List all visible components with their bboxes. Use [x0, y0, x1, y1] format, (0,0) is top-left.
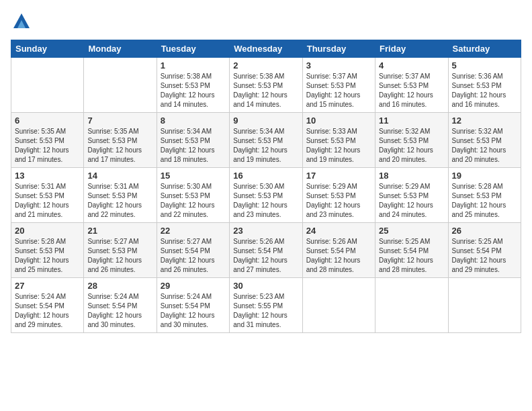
calendar-cell: 27Sunrise: 5:24 AM Sunset: 5:54 PM Dayli…: [11, 278, 84, 333]
day-info: Sunrise: 5:35 AM Sunset: 5:53 PM Dayligh…: [15, 127, 80, 165]
day-info: Sunrise: 5:29 AM Sunset: 5:53 PM Dayligh…: [306, 182, 371, 220]
day-info: Sunrise: 5:38 AM Sunset: 5:53 PM Dayligh…: [233, 72, 298, 109]
day-number: 27: [15, 281, 80, 291]
logo-text: [11, 11, 31, 33]
calendar-cell: 30Sunrise: 5:23 AM Sunset: 5:55 PM Dayli…: [230, 278, 302, 333]
calendar-cell: 11Sunrise: 5:32 AM Sunset: 5:53 PM Dayli…: [375, 113, 448, 168]
day-info: Sunrise: 5:30 AM Sunset: 5:53 PM Dayligh…: [233, 182, 298, 220]
day-info: Sunrise: 5:24 AM Sunset: 5:54 PM Dayligh…: [87, 292, 152, 330]
calendar-cell: 9Sunrise: 5:34 AM Sunset: 5:53 PM Daylig…: [230, 113, 302, 168]
weekday-header-tuesday: Tuesday: [157, 40, 229, 58]
day-number: 9: [233, 116, 298, 126]
day-number: 12: [452, 116, 517, 126]
calendar-cell: 21Sunrise: 5:27 AM Sunset: 5:53 PM Dayli…: [84, 223, 157, 278]
day-info: Sunrise: 5:23 AM Sunset: 5:55 PM Dayligh…: [233, 292, 298, 330]
day-number: 21: [87, 226, 152, 236]
weekday-header-wednesday: Wednesday: [230, 40, 302, 58]
calendar-cell: 1Sunrise: 5:38 AM Sunset: 5:53 PM Daylig…: [157, 58, 229, 113]
calendar-cell: 7Sunrise: 5:35 AM Sunset: 5:53 PM Daylig…: [84, 113, 157, 168]
day-number: 6: [15, 116, 80, 126]
calendar-cell: 5Sunrise: 5:36 AM Sunset: 5:53 PM Daylig…: [448, 58, 521, 113]
calendar-cell: 25Sunrise: 5:25 AM Sunset: 5:54 PM Dayli…: [375, 223, 448, 278]
day-number: 10: [306, 116, 371, 126]
day-number: 17: [306, 171, 371, 181]
calendar-cell: 2Sunrise: 5:38 AM Sunset: 5:53 PM Daylig…: [230, 58, 302, 113]
calendar-cell: 12Sunrise: 5:32 AM Sunset: 5:53 PM Dayli…: [448, 113, 521, 168]
day-number: 24: [306, 226, 371, 236]
day-number: 20: [15, 226, 80, 236]
weekday-header-saturday: Saturday: [448, 40, 521, 58]
day-info: Sunrise: 5:29 AM Sunset: 5:53 PM Dayligh…: [379, 182, 444, 220]
day-info: Sunrise: 5:38 AM Sunset: 5:53 PM Dayligh…: [161, 72, 226, 109]
day-number: 1: [161, 60, 226, 71]
day-info: Sunrise: 5:24 AM Sunset: 5:54 PM Dayligh…: [15, 292, 80, 330]
calendar-cell: 3Sunrise: 5:37 AM Sunset: 5:53 PM Daylig…: [302, 58, 375, 113]
calendar-cell: 19Sunrise: 5:28 AM Sunset: 5:53 PM Dayli…: [448, 168, 521, 223]
day-number: 13: [15, 171, 80, 181]
calendar-cell: 13Sunrise: 5:31 AM Sunset: 5:53 PM Dayli…: [11, 168, 84, 223]
calendar-cell: 8Sunrise: 5:34 AM Sunset: 5:53 PM Daylig…: [157, 113, 229, 168]
logo: [11, 11, 31, 33]
day-number: 18: [379, 171, 444, 181]
calendar-cell: 16Sunrise: 5:30 AM Sunset: 5:53 PM Dayli…: [230, 168, 302, 223]
day-info: Sunrise: 5:37 AM Sunset: 5:53 PM Dayligh…: [306, 72, 371, 109]
day-info: Sunrise: 5:32 AM Sunset: 5:53 PM Dayligh…: [379, 127, 444, 165]
calendar-week-row: 6Sunrise: 5:35 AM Sunset: 5:53 PM Daylig…: [11, 113, 521, 168]
day-info: Sunrise: 5:35 AM Sunset: 5:53 PM Dayligh…: [87, 127, 152, 165]
day-number: 26: [452, 226, 517, 236]
day-info: Sunrise: 5:26 AM Sunset: 5:54 PM Dayligh…: [306, 237, 371, 275]
day-number: 29: [161, 281, 226, 291]
day-info: Sunrise: 5:31 AM Sunset: 5:53 PM Dayligh…: [87, 182, 152, 220]
day-info: Sunrise: 5:27 AM Sunset: 5:53 PM Dayligh…: [87, 237, 152, 275]
calendar-cell: [84, 58, 157, 113]
day-number: 22: [161, 226, 226, 236]
day-info: Sunrise: 5:34 AM Sunset: 5:53 PM Dayligh…: [161, 127, 226, 165]
calendar-table: SundayMondayTuesdayWednesdayThursdayFrid…: [11, 40, 521, 333]
day-number: 4: [379, 60, 444, 71]
weekday-header-thursday: Thursday: [302, 40, 375, 58]
calendar-cell: 10Sunrise: 5:33 AM Sunset: 5:53 PM Dayli…: [302, 113, 375, 168]
weekday-header-sunday: Sunday: [11, 40, 84, 58]
day-number: 14: [87, 171, 152, 181]
calendar-week-row: 1Sunrise: 5:38 AM Sunset: 5:53 PM Daylig…: [11, 58, 521, 113]
calendar-cell: 20Sunrise: 5:28 AM Sunset: 5:53 PM Dayli…: [11, 223, 84, 278]
calendar-cell: 6Sunrise: 5:35 AM Sunset: 5:53 PM Daylig…: [11, 113, 84, 168]
day-number: 28: [87, 281, 152, 291]
calendar-cell: [11, 58, 84, 113]
day-number: 7: [87, 116, 152, 126]
weekday-header-monday: Monday: [84, 40, 157, 58]
calendar-cell: 24Sunrise: 5:26 AM Sunset: 5:54 PM Dayli…: [302, 223, 375, 278]
day-info: Sunrise: 5:28 AM Sunset: 5:53 PM Dayligh…: [452, 182, 517, 220]
calendar-cell: [302, 278, 375, 333]
calendar-cell: [375, 278, 448, 333]
day-number: 23: [233, 226, 298, 236]
calendar-cell: 15Sunrise: 5:30 AM Sunset: 5:53 PM Dayli…: [157, 168, 229, 223]
day-info: Sunrise: 5:31 AM Sunset: 5:53 PM Dayligh…: [15, 182, 80, 220]
day-info: Sunrise: 5:28 AM Sunset: 5:53 PM Dayligh…: [15, 237, 80, 275]
day-number: 15: [161, 171, 226, 181]
day-number: 3: [306, 60, 371, 71]
day-info: Sunrise: 5:25 AM Sunset: 5:54 PM Dayligh…: [379, 237, 444, 275]
calendar-cell: 4Sunrise: 5:37 AM Sunset: 5:53 PM Daylig…: [375, 58, 448, 113]
day-info: Sunrise: 5:24 AM Sunset: 5:54 PM Dayligh…: [161, 292, 226, 330]
day-number: 8: [161, 116, 226, 126]
calendar-cell: 26Sunrise: 5:25 AM Sunset: 5:54 PM Dayli…: [448, 223, 521, 278]
day-number: 2: [233, 60, 298, 71]
day-number: 19: [452, 171, 517, 181]
logo-icon: [12, 11, 31, 30]
calendar-cell: 22Sunrise: 5:27 AM Sunset: 5:54 PM Dayli…: [157, 223, 229, 278]
calendar-header-row: SundayMondayTuesdayWednesdayThursdayFrid…: [11, 40, 521, 58]
calendar-week-row: 20Sunrise: 5:28 AM Sunset: 5:53 PM Dayli…: [11, 223, 521, 278]
day-number: 25: [379, 226, 444, 236]
calendar-cell: 17Sunrise: 5:29 AM Sunset: 5:53 PM Dayli…: [302, 168, 375, 223]
page-header: [11, 11, 521, 33]
day-info: Sunrise: 5:33 AM Sunset: 5:53 PM Dayligh…: [306, 127, 371, 165]
day-info: Sunrise: 5:27 AM Sunset: 5:54 PM Dayligh…: [161, 237, 226, 275]
day-number: 5: [452, 60, 517, 71]
day-info: Sunrise: 5:32 AM Sunset: 5:53 PM Dayligh…: [452, 127, 517, 165]
day-number: 30: [233, 281, 298, 291]
day-info: Sunrise: 5:36 AM Sunset: 5:53 PM Dayligh…: [452, 72, 517, 109]
calendar-cell: 29Sunrise: 5:24 AM Sunset: 5:54 PM Dayli…: [157, 278, 229, 333]
weekday-header-friday: Friday: [375, 40, 448, 58]
calendar-week-row: 27Sunrise: 5:24 AM Sunset: 5:54 PM Dayli…: [11, 278, 521, 333]
